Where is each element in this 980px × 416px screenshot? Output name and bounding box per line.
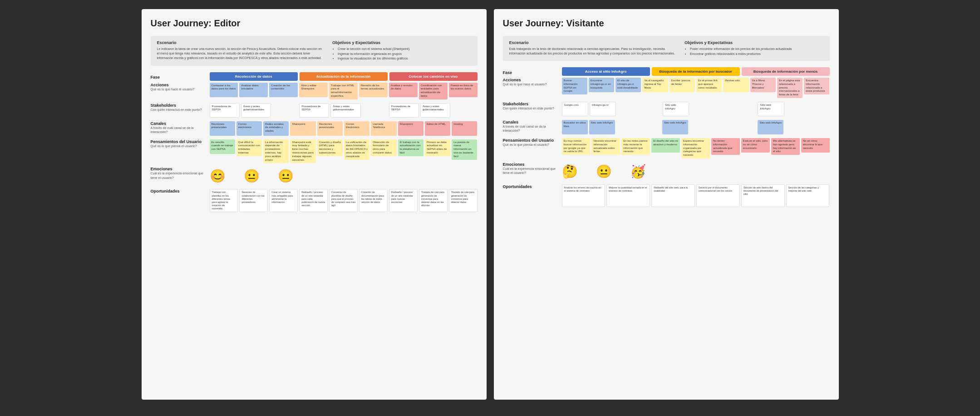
sticky: Editor de HTML (425, 121, 450, 136)
opport-sticky: Analizar los errores de insumo en el sis… (562, 184, 606, 207)
sticky: La unificación de datos brindados de INC… (344, 139, 369, 160)
sticky: Correo Electrónico (344, 121, 369, 136)
sticky: Analizar datos brindados (239, 83, 268, 97)
sticky: Sitio web InfoAgro (758, 120, 783, 134)
sticky: Es el primer link que aparece como resul… (696, 78, 722, 92)
board1-scenario-right: Objetivos y Expectativas Crear la secció… (332, 40, 471, 61)
sticky: El trabajo con la actualización con la p… (398, 139, 424, 156)
opport-sticky: Trabajar con plantillas en los diferente… (210, 189, 238, 212)
sticky: Obtención de formulario de otros para co… (371, 139, 396, 156)
board2-pensamientos-row: Pensamientos del Usuario Qué es lo que p… (503, 138, 830, 158)
sticky: Primero se debe actualizar en SEPSA ante… (425, 139, 450, 156)
sticky: El sitio de infoagro.go.cr está desabili… (616, 78, 641, 92)
sticky: Sharepoint (290, 121, 315, 136)
sticky: Espero encontrar información organizada … (681, 138, 710, 158)
board1-phase-row: Fase Recolección de datos Actualización … (151, 72, 478, 81)
board2-title: User Journey: Visitante (503, 18, 830, 29)
sticky: Sharepoint está muy limitado y tiene muc… (290, 139, 315, 163)
opport-sticky: Creación de documentación para las tabla… (359, 189, 388, 212)
sticky: Sharepoint (398, 121, 424, 136)
opport-sticky: Servicio por el documento comunicacional… (696, 184, 740, 207)
sticky-hosting: Hosting (452, 121, 477, 136)
board2-scenario-right: Objetivos y Expectativas Poder encontrar… (685, 40, 823, 56)
sticky: Va a Menú 'Precios y Mercados' (750, 78, 776, 92)
sticky: Correo electrónico (236, 121, 262, 136)
sticky: Áreas y entes gubernamentales (241, 103, 271, 118)
sticky: Proveedores de SEPSA (299, 103, 329, 118)
sticky: Contacear a los datos para los datos (210, 83, 238, 97)
sticky: Abrir y editar Sharepoint (299, 83, 328, 97)
board2-scenario-left: Escenario Está trabajando en la tesis de… (509, 40, 676, 56)
sticky: Necesito encontrar información actualiza… (591, 138, 620, 155)
board2-acciones-row: Acciones Qué es lo que hace el usuario? … (503, 78, 830, 98)
board1-scenario: Escenario Le indicaron la tarea de crear… (151, 36, 478, 66)
sticky: Está en el sitio, pero no sé cómo encont… (741, 138, 770, 153)
sticky: Redes sociales de entidades y aliados (263, 121, 289, 136)
sticky: Encuentra información relacionada a esto… (804, 78, 829, 94)
emoji-3: 😐 (278, 168, 294, 183)
sticky: Es sencillo cuando se trabaja con SEPSA (210, 139, 235, 154)
opport-sticky: Sección de las categorías y mejores del … (786, 184, 830, 207)
sticky: Encontrar infoagro.go.cr en búsqueda (589, 78, 614, 92)
sticky: En el página esta relacionada a precios … (777, 78, 803, 98)
sticky: Llamada Telefónica (371, 121, 396, 136)
sticky: Qué difícil la comunicación con entidade… (236, 139, 262, 156)
sticky: En las redes parece más reciente la info… (621, 138, 650, 155)
sticky: Revisión de los temas actualizados (359, 83, 388, 97)
sticky: Áreas y entes gubernamentales (330, 103, 360, 118)
sticky: Puesta en linea de los nuevos datos (449, 83, 478, 97)
sticky: No tienen información actualizada que ne… (711, 138, 740, 155)
board2-scenario: Escenario Está trabajando en la tesis de… (503, 36, 830, 61)
board1-acciones-row: Acciones Qué es lo que hace el usuario? … (151, 83, 478, 99)
phase-1: Recolección de datos (210, 72, 298, 81)
opport-sticky: Rediseño / proceso de un sitio estándar … (299, 189, 328, 212)
board2-phase-row: Fase Acceso al sitio InfoAgro Búsqueda d… (503, 67, 830, 76)
sticky: Reuniones presenciales (317, 121, 343, 136)
sticky: Creación y diseño (HTML) para secciones … (317, 139, 343, 156)
sticky: Buscar información SEPSA en Google (562, 78, 587, 94)
board2-objectives: Poder encontrar información de los preci… (685, 47, 823, 56)
board2-stakeholders-row: Stakeholders Con quién interactuó en est… (503, 102, 830, 116)
board1-canales-row: Canales A través de cuál canal se da la … (151, 121, 478, 136)
opport-sticky: Rediseño / proceso de un sitio estándar … (389, 189, 418, 212)
sticky: Revisar sitio (723, 78, 749, 92)
opport-sticky: Sección de sitio dentro del documento de… (741, 184, 785, 207)
phase-b1: Acceso al sitio InfoAgro (562, 67, 650, 76)
board1-objectives: Crear la sección con el sistema actual (… (332, 47, 471, 61)
opport-sticky: Rediseño del sitio web, para la usabilid… (651, 184, 695, 207)
opport-sticky: Trazado de ruta para generación de conve… (449, 189, 478, 212)
board1-stakeholders-row: Stakeholders Con quién interactuó en est… (151, 103, 478, 118)
sticky: Sitio web InfoAgro (662, 120, 688, 134)
sticky: Escribe 'precios de ferias' (670, 78, 695, 92)
board1-scenario-left: Escenario Le indicaron la tarea de crear… (157, 40, 324, 61)
opport-sticky: Trazado de ruta para generación de conve… (419, 189, 448, 212)
emoji-b3: 🥳 (630, 164, 646, 179)
sticky: La información depende de proveedores ex… (263, 139, 289, 163)
sticky: Coordinación con entidades para actualiz… (419, 83, 448, 99)
phase-2: Actualización de la información (300, 72, 388, 81)
phase-b2: Búsqueda de la información por buscador (652, 67, 740, 76)
sticky: Análisis y revisión de datos (389, 83, 418, 97)
sticky: Va al navegador ingresa al Top Menú (642, 78, 668, 92)
sticky: El diseño del sitio es atractivo y moder… (651, 138, 680, 153)
board2-canales-row: Canales A través de cuál canal se da la … (503, 120, 830, 134)
sticky: Sitio web InfoAgro (589, 120, 615, 134)
emoji-b1: 🤔 (562, 164, 578, 179)
sticky: Buscador en sitios Web (562, 120, 588, 134)
opport-sticky: Crear un sistema más amigable para admin… (269, 189, 298, 212)
sticky: Google.com (562, 102, 588, 116)
sticky: Proveedores de SEPSA (389, 103, 419, 118)
sticky: Es muy común buscar información por goog… (562, 138, 591, 155)
sticky: Infoagro.go.cr (590, 102, 616, 116)
opport-sticky: Sesiones de colaboración con los diferen… (239, 189, 268, 212)
board2-emociones-row: Emociones Cuál es la experiencia emocion… (503, 162, 830, 181)
sticky: Sitio web InfoAgro (758, 102, 784, 116)
board1-title: User Journey: Editor (151, 18, 478, 29)
sticky: Mis alternativas se han agotado pero hay… (771, 138, 800, 155)
emoji-b2: 😐 (596, 164, 612, 179)
emoji-1: 😊 (210, 168, 226, 183)
opport-sticky: Mejorar la usabilidad tomada en el proce… (606, 184, 650, 207)
sticky: Reuniones presenciales (210, 121, 235, 136)
phase-3: Colocar los cambios en vivo (389, 72, 478, 81)
emoji-2: 😐 (244, 168, 260, 183)
